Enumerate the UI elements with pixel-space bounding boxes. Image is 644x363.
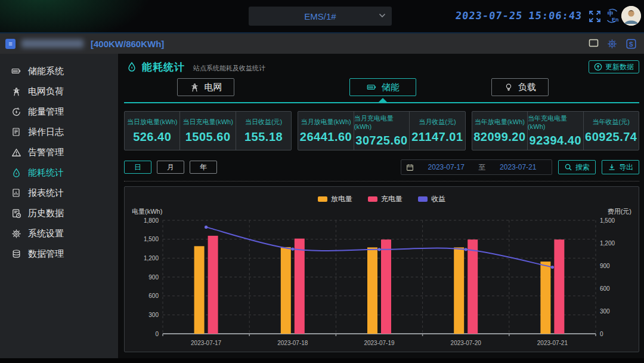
- export-button[interactable]: 导出: [602, 160, 639, 174]
- history-icon: [11, 208, 21, 219]
- svg-text:1,500: 1,500: [144, 236, 159, 242]
- date-from-value[interactable]: 2023-07-17: [417, 163, 475, 171]
- chart-legend: 放电量充电量收益: [129, 192, 634, 206]
- fullscreen-icon[interactable]: [589, 10, 601, 23]
- tab-label: 负载: [518, 82, 536, 93]
- bottom-strip: [0, 358, 644, 363]
- language-toggle-icon[interactable]: 中 En: [604, 8, 620, 24]
- energy-chart[interactable]: 电量(kWh)费用(元)03006009001,2001,5001,800030…: [129, 206, 634, 349]
- drop-icon: [11, 167, 21, 178]
- svg-text:1,800: 1,800: [144, 217, 159, 224]
- stat-item: 当月充电电量(kWh)30725.60: [354, 112, 409, 150]
- sidebar-item-system-settings[interactable]: 系统设置: [0, 223, 118, 244]
- stat-card: 当年放电量(kWh)82099.20当年充电电量(kWh)92394.40当年收…: [472, 111, 639, 150]
- stat-item: 当日充电量(kWh)1505.60: [179, 112, 235, 150]
- user-avatar[interactable]: [621, 6, 641, 26]
- sidebar-item-storage-system[interactable]: 储能系统: [0, 61, 118, 81]
- sidebar-item-operation-log[interactable]: 操作日志: [0, 122, 118, 142]
- sidebar-item-label: 储能系统: [28, 66, 64, 77]
- app-badge-icon[interactable]: S: [626, 39, 636, 49]
- log-icon: [11, 127, 21, 137]
- stat-value: 30725.60: [355, 134, 407, 147]
- legend-item[interactable]: 收益: [418, 194, 445, 204]
- legend-label: 收益: [431, 194, 445, 204]
- svg-text:300: 300: [600, 308, 610, 315]
- stat-label: 当月放电量(kWh): [301, 118, 351, 127]
- bar-discharge-0: [194, 246, 205, 334]
- stat-label: 当日充电量(kWh): [182, 118, 233, 127]
- sidebar-item-energy-stats[interactable]: 能耗统计: [0, 162, 118, 183]
- bar-charge-3: [467, 239, 478, 334]
- sidebar-nav: 储能系统电网负荷能量管理操作日志告警管理能耗统计报表统计历史数据系统设置数据管理: [0, 54, 119, 358]
- energy-chart-panel: 放电量充电量收益 电量(kWh)费用(元)03006009001,2001,50…: [124, 186, 639, 352]
- settings-gear-icon[interactable]: [607, 39, 617, 49]
- legend-item[interactable]: 充电量: [368, 194, 402, 204]
- x-tick-label: 2023-07-18: [277, 340, 308, 346]
- sidebar-item-alarm-manage[interactable]: 告警管理: [0, 142, 118, 162]
- date-text: 2023-07-25: [455, 10, 523, 21]
- sidebar-item-grid-load[interactable]: 电网负荷: [0, 81, 118, 101]
- sidebar-item-label: 能量管理: [28, 106, 64, 118]
- income-point-0: [205, 226, 208, 229]
- search-button[interactable]: 搜索: [558, 160, 596, 174]
- refresh-data-button[interactable]: 更新数据: [589, 60, 639, 73]
- stat-item: 当年放电量(kWh)82099.20: [472, 112, 527, 150]
- tab-storage[interactable]: 储能: [349, 78, 416, 96]
- stat-value: 21147.01: [411, 130, 463, 144]
- x-tick-label: 2023-07-20: [451, 340, 482, 346]
- income-line: [206, 227, 553, 267]
- datetime-display: 2023-07-2515:06:43: [455, 10, 583, 21]
- stat-value: 1505.60: [185, 130, 231, 144]
- stat-cards: 当日放电量(kWh)526.40当日充电量(kWh)1505.60当日收益(元)…: [124, 111, 639, 150]
- stat-label: 当月充电电量(kWh): [354, 114, 409, 130]
- time-text: 15:06:43: [528, 10, 583, 21]
- bar-discharge-1: [281, 247, 291, 334]
- bar-discharge-2: [367, 247, 377, 334]
- stat-value: 26441.60: [300, 130, 352, 144]
- page-subtitle: 站点系统能耗及收益统计: [193, 64, 265, 73]
- sidebar-item-label: 告警管理: [28, 147, 64, 158]
- stat-value: 92394.40: [530, 134, 581, 147]
- svg-text:S: S: [629, 41, 633, 48]
- stat-item: 当月收益(元)21147.01: [409, 112, 465, 150]
- legend-item[interactable]: 放电量: [318, 194, 352, 204]
- active-tab-pointer: [379, 98, 387, 102]
- date-range-picker[interactable]: 2023-07-17 至 2023-07-21: [401, 159, 552, 175]
- station-selector[interactable]: EMS/1#: [249, 7, 392, 26]
- svg-text:En: En: [612, 17, 619, 23]
- legend-label: 充电量: [381, 194, 402, 204]
- period-button-年[interactable]: 年: [190, 161, 217, 174]
- date-range-separator: 至: [479, 162, 486, 173]
- sidebar-item-report-stats[interactable]: 报表统计: [0, 183, 118, 203]
- sidebar-item-data-manage[interactable]: 数据管理: [0, 244, 118, 264]
- stat-item: 当日收益(元)155.18: [236, 112, 291, 150]
- sidebar-item-label: 系统设置: [28, 228, 64, 239]
- station-capacity-label: [400KW/860KWh]: [91, 39, 164, 49]
- tower-icon: [190, 82, 200, 93]
- tab-load[interactable]: 负载: [491, 78, 549, 96]
- date-to-value[interactable]: 2023-07-21: [490, 163, 547, 171]
- income-point-3: [465, 248, 467, 251]
- top-bar: EMS/1# 2023-07-2515:06:43 中 En: [0, 0, 644, 33]
- svg-text:900: 900: [600, 263, 610, 269]
- income-point-2: [377, 248, 380, 251]
- svg-text:900: 900: [148, 274, 159, 281]
- sidebar-item-energy-manage[interactable]: 能量管理: [0, 101, 118, 122]
- tab-label: 电网: [205, 82, 222, 93]
- svg-text:600: 600: [148, 293, 159, 299]
- period-button-月[interactable]: 月: [157, 161, 184, 174]
- stat-card: 当日放电量(kWh)526.40当日充电量(kWh)1505.60当日收益(元)…: [124, 111, 292, 150]
- report-icon: [11, 187, 21, 198]
- sidebar-item-history-data[interactable]: 历史数据: [0, 203, 118, 223]
- energy-icon: [11, 106, 21, 117]
- income-point-4: [551, 266, 554, 269]
- svg-text:1,200: 1,200: [144, 255, 159, 262]
- sidebar-item-label: 能耗统计: [28, 167, 64, 179]
- database-icon: [11, 248, 21, 259]
- filter-bar: 日月年 2023-07-17 至 2023-07-21 搜索: [124, 159, 639, 175]
- period-button-日[interactable]: 日: [124, 161, 151, 174]
- gear-icon: [11, 228, 21, 239]
- display-icon[interactable]: [589, 39, 599, 48]
- tab-grid[interactable]: 电网: [177, 78, 234, 96]
- stat-value: 60925.74: [585, 130, 637, 144]
